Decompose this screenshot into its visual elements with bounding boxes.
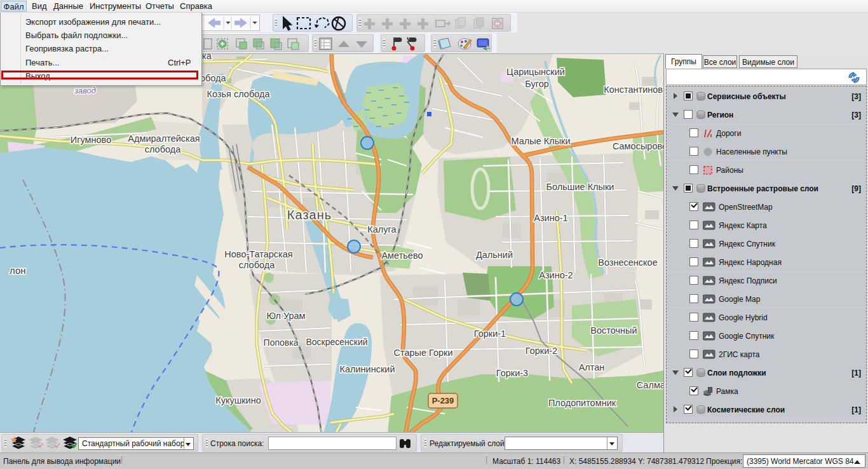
- svg-text:ка: ка: [202, 54, 212, 61]
- svg-text:Горки-1: Горки-1: [474, 329, 506, 339]
- svg-text:Плодопитомник: Плодопитомник: [548, 398, 616, 408]
- svg-text:Константиновка: Константиновка: [604, 85, 663, 95]
- svg-text:лон: лон: [10, 265, 26, 276]
- svg-text:Казань: Казань: [287, 208, 332, 222]
- svg-text:Козья слобода: Козья слобода: [207, 89, 271, 99]
- svg-text:Вознесенское: Вознесенское: [598, 257, 658, 268]
- svg-text:Азино-2: Азино-2: [539, 270, 573, 280]
- svg-text:Игумново: Игумново: [71, 135, 111, 145]
- svg-text:Дальний: Дальний: [476, 250, 513, 260]
- svg-text:Калининский: Калининский: [340, 364, 395, 374]
- svg-text:слобода: слобода: [145, 144, 181, 154]
- svg-text:обода: обода: [200, 73, 227, 83]
- svg-text:Большие Клыки: Большие Клыки: [546, 182, 614, 192]
- svg-text:Салмачи: Салмачи: [637, 380, 663, 390]
- svg-text:Горки-3: Горки-3: [496, 368, 528, 378]
- svg-text:Малые Клыки: Малые Клыки: [511, 136, 570, 146]
- svg-text:завод: завод: [74, 86, 96, 95]
- svg-text:Аметьево: Аметьево: [381, 250, 423, 261]
- svg-text:Калуга: Калуга: [367, 224, 397, 234]
- svg-text:Юл Урам: Юл Урам: [266, 311, 305, 321]
- svg-text:Горки-2: Горки-2: [526, 346, 557, 356]
- svg-text:Адмиралтейская: Адмиралтейская: [128, 133, 200, 144]
- svg-text:Восточный: Восточный: [590, 325, 637, 336]
- svg-text:Бугор: Бугор: [525, 79, 549, 89]
- svg-text:Поповка: Поповка: [264, 337, 299, 348]
- svg-text:Азино-1: Азино-1: [534, 213, 567, 223]
- svg-text:Самосырово: Самосырово: [613, 141, 663, 151]
- svg-text:Воскресенский: Воскресенский: [306, 337, 367, 347]
- svg-text:слобода: слобода: [239, 260, 275, 270]
- svg-text:Алтан: Алтан: [579, 362, 605, 372]
- svg-text:Кукушкино: Кукушкино: [215, 395, 261, 405]
- svg-text:Старые Горки: Старые Горки: [393, 348, 452, 358]
- svg-text:Царицынский: Царицынский: [506, 67, 565, 77]
- svg-text:Р-239: Р-239: [432, 396, 454, 405]
- svg-text:Ново-Татарская: Ново-Татарская: [224, 249, 292, 259]
